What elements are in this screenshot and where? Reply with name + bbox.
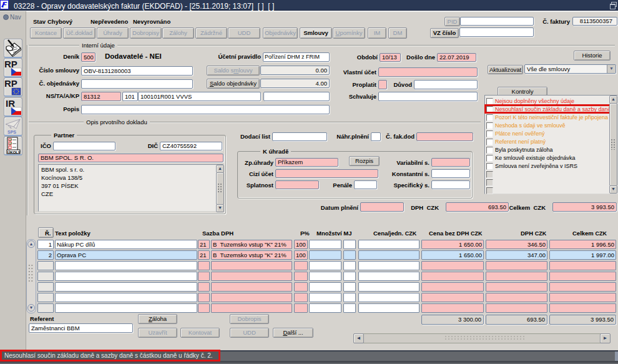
svg-text:RP: RP (4, 78, 17, 89)
svg-text:ÚKOLY: ÚKOLY (7, 150, 20, 154)
svg-text:IR: IR (6, 98, 15, 109)
svg-text:SPS: SPS (7, 130, 16, 134)
svg-text:RP: RP (4, 59, 17, 69)
